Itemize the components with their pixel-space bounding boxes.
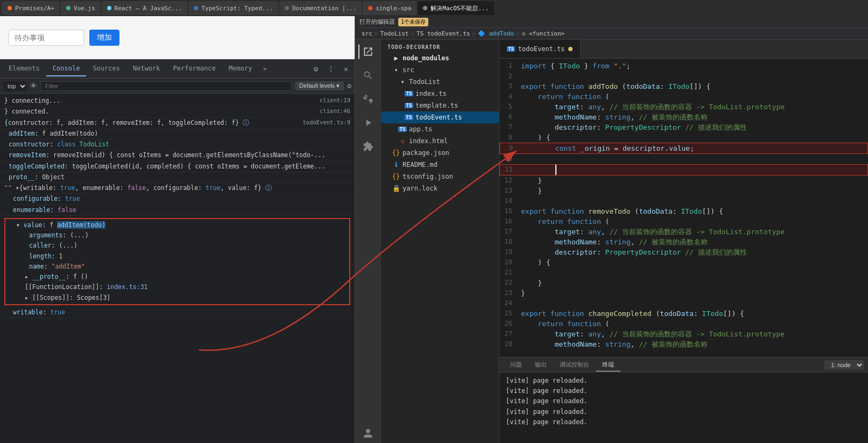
context-selector[interactable]: top xyxy=(3,81,27,91)
file-item-template-ts[interactable]: TS template.ts xyxy=(381,100,499,111)
vscode-top-bar: 打开的编辑器 1个未保存 xyxy=(355,16,868,28)
line-number: 19 xyxy=(499,247,521,257)
file-item-todolist[interactable]: ▾ TodoList xyxy=(381,76,499,88)
line-content: ) { xyxy=(521,132,868,143)
tab-favicon xyxy=(8,6,12,10)
run-icon[interactable] xyxy=(358,113,378,132)
source-control-icon[interactable] xyxy=(358,89,378,109)
line-number: 15 xyxy=(499,206,521,216)
code-line-18: 18 methodName: string, // 被装饰的函数名称 xyxy=(499,237,868,247)
account-icon[interactable] xyxy=(358,424,378,443)
close-devtools-icon[interactable]: ✕ xyxy=(340,62,352,75)
file-item-yarn-lock[interactable]: 🔒 yarn.lock xyxy=(381,182,499,194)
line-content: descriptor: PropertyDescriptor // 描述我们的属… xyxy=(521,122,868,132)
tab-macos[interactable]: 解决MacOS不能启... xyxy=(418,1,494,15)
terminal-tab-issues[interactable]: 问题 xyxy=(504,358,528,371)
line-number: 4 xyxy=(499,92,521,102)
console-text: } connected. xyxy=(4,107,49,116)
tab-sources[interactable]: Sources xyxy=(86,61,126,76)
line-content xyxy=(521,268,868,278)
file-item-index-html[interactable]: ◇ index.html xyxy=(381,135,499,147)
todo-input[interactable] xyxy=(9,30,84,46)
console-output: } connecting... client:19 } connected. c… xyxy=(0,94,355,443)
terminal-tab-debug[interactable]: 调试控制台 xyxy=(553,358,596,371)
folder-closed-icon: ▶ xyxy=(392,54,400,62)
line-number: 21 xyxy=(499,268,521,278)
file-item-readme[interactable]: ℹ README.md xyxy=(381,159,499,171)
console-text: ▸ __proto__: f () xyxy=(12,272,88,282)
file-item-src[interactable]: ▾ src xyxy=(381,64,499,76)
line-number: 24 xyxy=(499,298,521,308)
source-ref[interactable]: todoEvent.ts:9 xyxy=(298,118,350,127)
tab-memory[interactable]: Memory xyxy=(222,61,258,76)
filter-input[interactable] xyxy=(40,81,292,91)
source-ref[interactable]: client:19 xyxy=(315,96,350,105)
json-file-icon: {} xyxy=(392,149,400,157)
devtools-icon-group: ⚙ ⋮ ✕ xyxy=(309,62,352,75)
eye-icon[interactable]: 👁 xyxy=(30,82,37,90)
file-name: tsconfig.json xyxy=(403,173,453,180)
file-item-app-ts[interactable]: TS app.ts xyxy=(381,123,499,135)
tab-label: single-spa xyxy=(376,5,411,12)
tab-react[interactable]: React – A JavaSc... xyxy=(102,1,188,15)
tab-typescript[interactable]: TypeScript: Typed... xyxy=(188,1,278,15)
tab-documentation[interactable]: Documentation |... xyxy=(279,1,362,15)
terminal-text: [vite] page reloaded. xyxy=(506,418,588,426)
console-line: ▾ value: f addItem(todo) xyxy=(8,220,347,230)
ts-file-icon: TS xyxy=(507,46,515,52)
explorer-icon[interactable] xyxy=(358,42,378,61)
terminal-tab-terminal[interactable]: 终端 xyxy=(596,358,620,371)
line-number: 25 xyxy=(499,308,521,319)
console-text: toggleCompleted: toggleCompleted(id, com… xyxy=(4,162,326,171)
editor-tab-todoevent[interactable]: TS todoEvent.ts xyxy=(499,40,581,58)
line-content xyxy=(521,165,867,175)
tab-label: Promises/A+ xyxy=(15,5,54,12)
line-content: export function addTodo (todoData: ITodo… xyxy=(521,81,868,92)
code-line-16: 16 return function ( xyxy=(499,216,868,227)
tab-console[interactable]: Console xyxy=(46,61,87,76)
code-line-4: 4 return function ( xyxy=(499,92,868,102)
terminal-instance-selector[interactable]: 1: node xyxy=(824,360,864,370)
tab-favicon xyxy=(423,6,427,10)
console-text: constructor: class TodoList xyxy=(4,140,109,149)
extensions-icon[interactable] xyxy=(358,137,378,156)
tab-elements[interactable]: Elements xyxy=(2,61,46,76)
file-item-tsconfig[interactable]: {} tsconfig.json xyxy=(381,171,499,182)
tab-single-spa[interactable]: single-spa xyxy=(363,1,417,15)
settings-icon[interactable]: ⚙ xyxy=(309,62,322,75)
tab-vuejs[interactable]: Vue.js xyxy=(61,1,101,15)
code-line-27: 27 target: any, // 当前装饰的函数的容器 -> TodoLis… xyxy=(499,329,868,339)
more-tabs-button[interactable]: » xyxy=(258,62,271,76)
add-todo-button[interactable]: 增加 xyxy=(89,30,119,46)
line-number: 10 xyxy=(499,154,521,164)
file-item-package-json[interactable]: {} package.json xyxy=(381,147,499,159)
file-item-index-ts[interactable]: TS index.ts xyxy=(381,88,499,100)
terminal-line: [vite] page reloaded. xyxy=(506,417,862,427)
file-item-todoevent-ts[interactable]: TS todoEvent.ts xyxy=(381,111,499,123)
file-name: README.md xyxy=(403,161,437,168)
log-levels-button[interactable]: Default levels ▾ xyxy=(295,81,344,90)
code-line-9: 9 const _origin = descriptor.value; xyxy=(499,143,868,154)
console-filter-bar: top 👁 Default levels ▾ ⚙ xyxy=(0,79,355,94)
code-editor[interactable]: 1 import { ITodo } from "."; 2 3 export … xyxy=(499,59,868,357)
line-content: return function ( xyxy=(521,319,868,329)
terminal-tab-output[interactable]: 输出 xyxy=(528,358,553,371)
breadcrumb-sep: > xyxy=(472,30,476,37)
ts-file-icon: TS xyxy=(405,91,413,96)
console-settings-icon[interactable]: ⚙ xyxy=(347,82,351,90)
console-line: removeItem: removeItem(id) { const oItem… xyxy=(0,150,355,161)
file-item-node-modules[interactable]: ▶ node_modules xyxy=(381,52,499,64)
more-options-icon[interactable]: ⋮ xyxy=(324,62,337,75)
breadcrumb-todolist: TodoList xyxy=(380,30,409,37)
code-line-8: 8 ) { xyxy=(499,132,868,143)
tab-promises[interactable]: Promises/A+ xyxy=(2,1,60,15)
line-content: target: any, // 当前装饰的函数的容器 -> TodoList.p… xyxy=(521,227,868,237)
tab-performance[interactable]: Performance xyxy=(167,61,222,76)
source-ref[interactable]: client:46 xyxy=(315,107,350,116)
terminal-text: [vite] page reloaded. xyxy=(506,408,588,416)
code-line-25: 25 export function changeCompleted (todo… xyxy=(499,308,868,319)
search-icon[interactable] xyxy=(358,66,378,85)
tab-network[interactable]: Network xyxy=(126,61,167,76)
file-name: src xyxy=(403,66,414,74)
console-text: arguments: (...) xyxy=(12,231,89,240)
